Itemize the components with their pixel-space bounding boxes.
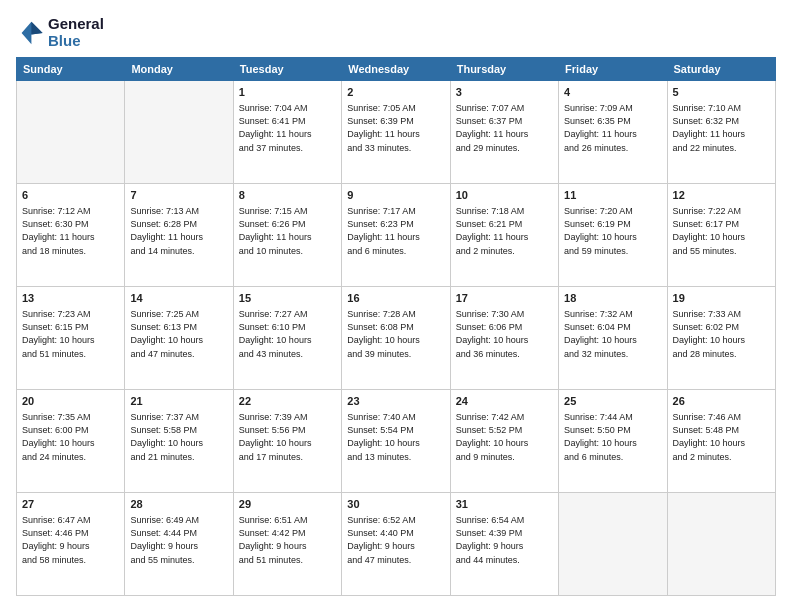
day-number: 9	[347, 188, 444, 203]
day-number: 25	[564, 394, 661, 409]
day-number: 23	[347, 394, 444, 409]
day-number: 11	[564, 188, 661, 203]
calendar-day-cell: 22Sunrise: 7:39 AM Sunset: 5:56 PM Dayli…	[233, 390, 341, 493]
day-info: Sunrise: 7:25 AM Sunset: 6:13 PM Dayligh…	[130, 308, 227, 360]
day-number: 2	[347, 85, 444, 100]
weekday-header-saturday: Saturday	[667, 58, 775, 81]
weekday-header-row: SundayMondayTuesdayWednesdayThursdayFrid…	[17, 58, 776, 81]
calendar-day-cell	[559, 493, 667, 596]
day-number: 21	[130, 394, 227, 409]
weekday-header-wednesday: Wednesday	[342, 58, 450, 81]
calendar-day-cell: 5Sunrise: 7:10 AM Sunset: 6:32 PM Daylig…	[667, 81, 775, 184]
day-info: Sunrise: 7:17 AM Sunset: 6:23 PM Dayligh…	[347, 205, 444, 257]
day-info: Sunrise: 7:05 AM Sunset: 6:39 PM Dayligh…	[347, 102, 444, 154]
day-number: 18	[564, 291, 661, 306]
day-info: Sunrise: 6:47 AM Sunset: 4:46 PM Dayligh…	[22, 514, 119, 566]
day-number: 14	[130, 291, 227, 306]
calendar-day-cell: 31Sunrise: 6:54 AM Sunset: 4:39 PM Dayli…	[450, 493, 558, 596]
weekday-header-monday: Monday	[125, 58, 233, 81]
calendar-day-cell: 11Sunrise: 7:20 AM Sunset: 6:19 PM Dayli…	[559, 184, 667, 287]
svg-marker-1	[31, 21, 42, 34]
day-number: 30	[347, 497, 444, 512]
calendar-day-cell: 2Sunrise: 7:05 AM Sunset: 6:39 PM Daylig…	[342, 81, 450, 184]
calendar: SundayMondayTuesdayWednesdayThursdayFrid…	[16, 57, 776, 596]
calendar-week-row: 20Sunrise: 7:35 AM Sunset: 6:00 PM Dayli…	[17, 390, 776, 493]
day-number: 31	[456, 497, 553, 512]
day-number: 16	[347, 291, 444, 306]
calendar-week-row: 13Sunrise: 7:23 AM Sunset: 6:15 PM Dayli…	[17, 287, 776, 390]
day-info: Sunrise: 7:27 AM Sunset: 6:10 PM Dayligh…	[239, 308, 336, 360]
calendar-day-cell	[17, 81, 125, 184]
calendar-day-cell: 28Sunrise: 6:49 AM Sunset: 4:44 PM Dayli…	[125, 493, 233, 596]
day-number: 20	[22, 394, 119, 409]
page: General Blue SundayMondayTuesdayWednesda…	[0, 0, 792, 612]
header: General Blue	[16, 16, 776, 49]
calendar-day-cell: 29Sunrise: 6:51 AM Sunset: 4:42 PM Dayli…	[233, 493, 341, 596]
day-number: 15	[239, 291, 336, 306]
calendar-day-cell: 24Sunrise: 7:42 AM Sunset: 5:52 PM Dayli…	[450, 390, 558, 493]
calendar-day-cell: 30Sunrise: 6:52 AM Sunset: 4:40 PM Dayli…	[342, 493, 450, 596]
calendar-day-cell: 26Sunrise: 7:46 AM Sunset: 5:48 PM Dayli…	[667, 390, 775, 493]
day-info: Sunrise: 7:28 AM Sunset: 6:08 PM Dayligh…	[347, 308, 444, 360]
day-number: 13	[22, 291, 119, 306]
day-number: 27	[22, 497, 119, 512]
calendar-day-cell: 10Sunrise: 7:18 AM Sunset: 6:21 PM Dayli…	[450, 184, 558, 287]
calendar-week-row: 6Sunrise: 7:12 AM Sunset: 6:30 PM Daylig…	[17, 184, 776, 287]
day-number: 26	[673, 394, 770, 409]
calendar-day-cell: 12Sunrise: 7:22 AM Sunset: 6:17 PM Dayli…	[667, 184, 775, 287]
day-info: Sunrise: 7:15 AM Sunset: 6:26 PM Dayligh…	[239, 205, 336, 257]
calendar-day-cell: 25Sunrise: 7:44 AM Sunset: 5:50 PM Dayli…	[559, 390, 667, 493]
calendar-day-cell: 9Sunrise: 7:17 AM Sunset: 6:23 PM Daylig…	[342, 184, 450, 287]
day-info: Sunrise: 7:37 AM Sunset: 5:58 PM Dayligh…	[130, 411, 227, 463]
calendar-day-cell: 8Sunrise: 7:15 AM Sunset: 6:26 PM Daylig…	[233, 184, 341, 287]
calendar-day-cell: 17Sunrise: 7:30 AM Sunset: 6:06 PM Dayli…	[450, 287, 558, 390]
day-info: Sunrise: 7:30 AM Sunset: 6:06 PM Dayligh…	[456, 308, 553, 360]
day-info: Sunrise: 7:04 AM Sunset: 6:41 PM Dayligh…	[239, 102, 336, 154]
day-info: Sunrise: 7:40 AM Sunset: 5:54 PM Dayligh…	[347, 411, 444, 463]
calendar-day-cell: 14Sunrise: 7:25 AM Sunset: 6:13 PM Dayli…	[125, 287, 233, 390]
day-info: Sunrise: 6:54 AM Sunset: 4:39 PM Dayligh…	[456, 514, 553, 566]
day-info: Sunrise: 6:52 AM Sunset: 4:40 PM Dayligh…	[347, 514, 444, 566]
calendar-day-cell: 3Sunrise: 7:07 AM Sunset: 6:37 PM Daylig…	[450, 81, 558, 184]
day-number: 10	[456, 188, 553, 203]
calendar-day-cell: 4Sunrise: 7:09 AM Sunset: 6:35 PM Daylig…	[559, 81, 667, 184]
weekday-header-thursday: Thursday	[450, 58, 558, 81]
day-info: Sunrise: 7:10 AM Sunset: 6:32 PM Dayligh…	[673, 102, 770, 154]
weekday-header-sunday: Sunday	[17, 58, 125, 81]
day-info: Sunrise: 7:35 AM Sunset: 6:00 PM Dayligh…	[22, 411, 119, 463]
calendar-day-cell: 6Sunrise: 7:12 AM Sunset: 6:30 PM Daylig…	[17, 184, 125, 287]
day-info: Sunrise: 7:39 AM Sunset: 5:56 PM Dayligh…	[239, 411, 336, 463]
day-info: Sunrise: 7:12 AM Sunset: 6:30 PM Dayligh…	[22, 205, 119, 257]
day-number: 17	[456, 291, 553, 306]
calendar-day-cell: 27Sunrise: 6:47 AM Sunset: 4:46 PM Dayli…	[17, 493, 125, 596]
calendar-day-cell	[125, 81, 233, 184]
day-number: 5	[673, 85, 770, 100]
day-info: Sunrise: 7:44 AM Sunset: 5:50 PM Dayligh…	[564, 411, 661, 463]
day-number: 29	[239, 497, 336, 512]
calendar-day-cell: 21Sunrise: 7:37 AM Sunset: 5:58 PM Dayli…	[125, 390, 233, 493]
day-number: 1	[239, 85, 336, 100]
day-info: Sunrise: 7:09 AM Sunset: 6:35 PM Dayligh…	[564, 102, 661, 154]
day-number: 22	[239, 394, 336, 409]
logo: General Blue	[16, 16, 104, 49]
weekday-header-friday: Friday	[559, 58, 667, 81]
day-info: Sunrise: 7:42 AM Sunset: 5:52 PM Dayligh…	[456, 411, 553, 463]
day-number: 3	[456, 85, 553, 100]
day-info: Sunrise: 7:33 AM Sunset: 6:02 PM Dayligh…	[673, 308, 770, 360]
calendar-week-row: 1Sunrise: 7:04 AM Sunset: 6:41 PM Daylig…	[17, 81, 776, 184]
day-info: Sunrise: 6:51 AM Sunset: 4:42 PM Dayligh…	[239, 514, 336, 566]
calendar-week-row: 27Sunrise: 6:47 AM Sunset: 4:46 PM Dayli…	[17, 493, 776, 596]
calendar-day-cell: 18Sunrise: 7:32 AM Sunset: 6:04 PM Dayli…	[559, 287, 667, 390]
day-number: 6	[22, 188, 119, 203]
calendar-day-cell: 20Sunrise: 7:35 AM Sunset: 6:00 PM Dayli…	[17, 390, 125, 493]
day-number: 24	[456, 394, 553, 409]
weekday-header-tuesday: Tuesday	[233, 58, 341, 81]
calendar-day-cell: 15Sunrise: 7:27 AM Sunset: 6:10 PM Dayli…	[233, 287, 341, 390]
calendar-day-cell: 19Sunrise: 7:33 AM Sunset: 6:02 PM Dayli…	[667, 287, 775, 390]
day-info: Sunrise: 7:22 AM Sunset: 6:17 PM Dayligh…	[673, 205, 770, 257]
day-number: 7	[130, 188, 227, 203]
day-number: 8	[239, 188, 336, 203]
calendar-day-cell: 23Sunrise: 7:40 AM Sunset: 5:54 PM Dayli…	[342, 390, 450, 493]
day-info: Sunrise: 7:23 AM Sunset: 6:15 PM Dayligh…	[22, 308, 119, 360]
day-number: 28	[130, 497, 227, 512]
